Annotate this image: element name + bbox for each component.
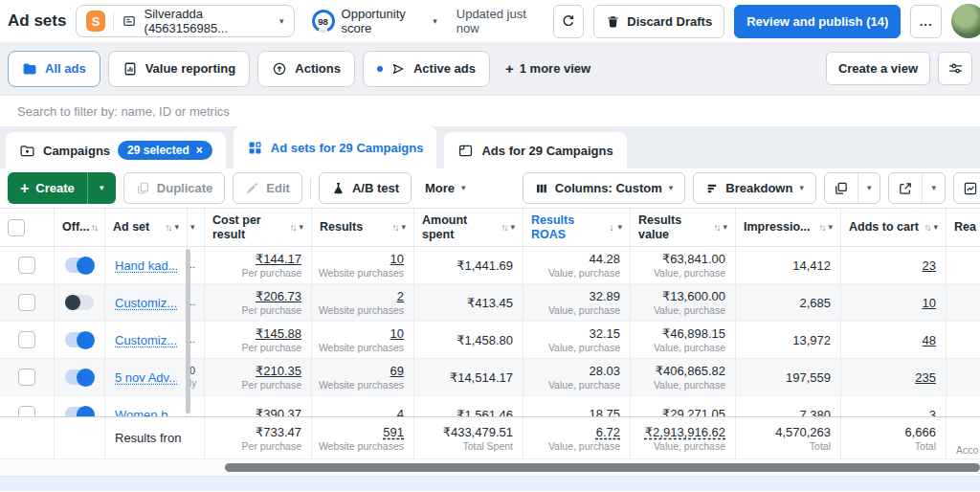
sort-icon[interactable]: ↑↓ xyxy=(713,222,719,234)
caret-down-icon[interactable]: ▾ xyxy=(933,223,938,232)
trend-chart-icon xyxy=(963,181,978,196)
vertical-scrollbar[interactable] xyxy=(186,249,190,414)
table-row: Customiz... .. ₹206.73 Per purchase 2 We… xyxy=(0,284,980,322)
charts-button[interactable] xyxy=(953,172,980,204)
more-actions-button[interactable]: More ▾ xyxy=(419,181,472,195)
header-off[interactable]: Off... ↑↓ xyxy=(55,209,105,246)
adset-name-link[interactable]: Customiz... xyxy=(115,333,177,347)
sorted-desc-icon[interactable]: ↓ xyxy=(609,222,613,234)
summary-roas: 6.72 Value, purchase xyxy=(523,417,631,458)
breakdown-button[interactable]: Breakdown ▾ xyxy=(693,172,816,204)
breakdown-icon xyxy=(705,182,719,195)
profile-avatar[interactable] xyxy=(951,4,980,38)
more-options-button[interactable]: ... xyxy=(910,5,942,38)
search-input[interactable] xyxy=(17,104,963,119)
tab-campaigns[interactable]: Campaigns 29 selected × xyxy=(6,132,226,168)
table-row: Customiz... .. ₹145.88 Per purchase 10 W… xyxy=(0,322,980,359)
refresh-icon xyxy=(561,13,576,29)
caret-down-icon[interactable]: ▾ xyxy=(299,223,303,232)
sort-icon[interactable]: ↑↓ xyxy=(924,222,929,234)
caret-down-icon[interactable]: ▾ xyxy=(510,223,515,232)
view-tab-value-reporting[interactable]: Value reporting xyxy=(108,51,251,87)
horizontal-scrollbar-track[interactable] xyxy=(0,458,980,476)
export-dropdown-button[interactable]: ▾ xyxy=(922,173,945,203)
refresh-button[interactable] xyxy=(553,5,585,38)
caret-down-icon[interactable]: ▾ xyxy=(190,223,195,232)
account-switcher[interactable]: S Silveradda (4563156985... ▾ xyxy=(76,5,294,37)
sort-icon[interactable]: ↑↓ xyxy=(818,222,824,234)
caret-down-icon: ▾ xyxy=(931,184,936,192)
clear-selection-icon[interactable]: × xyxy=(196,144,203,157)
row-checkbox[interactable] xyxy=(18,257,35,274)
adds-to-cart-cell: 23 xyxy=(841,247,947,283)
sort-icon[interactable]: ↑↓ xyxy=(91,222,97,234)
tab-ad-sets[interactable]: Ad sets for 29 Campaigns xyxy=(234,126,437,168)
tab-ads[interactable]: Ads for 29 Campaigns xyxy=(444,132,626,168)
header-extra[interactable]: ▾ xyxy=(188,209,205,246)
row-checkbox[interactable] xyxy=(18,294,35,311)
arrow-up-circle-icon xyxy=(272,61,287,77)
view-settings-button[interactable] xyxy=(938,52,972,85)
off-toggle[interactable] xyxy=(65,295,94,310)
sort-icon[interactable]: ↑↓ xyxy=(391,222,397,234)
sort-icon[interactable]: ↑↓ xyxy=(165,222,170,234)
cost-per-result-cell: ₹144.17 Per purchase xyxy=(205,247,312,283)
caret-down-icon[interactable]: ▾ xyxy=(617,223,622,232)
caret-down-icon[interactable]: ▾ xyxy=(828,223,833,232)
impressions-cell: 14,412 xyxy=(736,247,841,283)
sort-icon[interactable]: ↑↓ xyxy=(501,222,506,234)
views-bar: All ads Value reporting Actions Active a… xyxy=(0,42,980,95)
create-view-button[interactable]: Create a view xyxy=(826,52,930,85)
columns-button[interactable]: Columns: Custom ▾ xyxy=(523,172,685,204)
caret-down-icon[interactable]: ▾ xyxy=(723,223,727,232)
header-results-roas[interactable]: Results ROAS ↓ ▾ xyxy=(523,209,631,246)
duplicate-button[interactable]: Duplicate xyxy=(123,172,226,204)
impressions-cell: 13,972 xyxy=(736,322,841,358)
view-tab-all-ads[interactable]: All ads xyxy=(8,51,100,87)
ab-test-button[interactable]: A/B test xyxy=(319,172,412,204)
header-adds-to-cart[interactable]: Adds to cart ↑↓ ▾ xyxy=(841,209,947,246)
adset-name-link[interactable]: Customiz... xyxy=(115,296,177,310)
adset-name-link[interactable]: 5 nov Adv... xyxy=(115,370,177,385)
off-toggle[interactable] xyxy=(65,369,94,385)
header-reach[interactable]: Rea xyxy=(947,209,980,246)
export-button[interactable]: ▾ xyxy=(888,172,946,204)
row-checkbox[interactable] xyxy=(18,331,35,348)
caret-down-icon[interactable]: ▾ xyxy=(401,223,406,232)
top-bar: Ad sets S Silveradda (4563156985... ▾ 98… xyxy=(0,0,980,42)
adds-to-cart-cell: 10 xyxy=(841,284,947,321)
sort-icon[interactable]: ↑↓ xyxy=(289,222,295,234)
off-toggle[interactable] xyxy=(65,332,94,347)
table-body: Hand kad... .. ₹144.17 Per purchase 10 W… xyxy=(0,247,980,417)
sliders-icon xyxy=(947,60,964,77)
discard-drafts-button[interactable]: Discard Drafts xyxy=(593,5,724,38)
row-checkbox[interactable] xyxy=(18,369,35,386)
header-impressions[interactable]: Impressio... ↑↓ ▾ xyxy=(736,209,841,246)
campaigns-folder-icon xyxy=(19,143,35,159)
reports-dropdown-button[interactable]: ▾ xyxy=(858,173,880,203)
header-results-value[interactable]: Results value ↑↓ ▾ xyxy=(631,209,736,246)
select-all-checkbox[interactable] xyxy=(8,219,25,236)
create-dropdown-button[interactable]: ▾ xyxy=(87,172,116,204)
header-results[interactable]: Results ↑↓ ▾ xyxy=(312,209,414,246)
review-publish-button[interactable]: Review and publish (14) xyxy=(734,5,901,38)
adset-name-link[interactable]: Hand kad... xyxy=(115,258,177,273)
opportunity-score[interactable]: 98 Opportunity score ▾ xyxy=(312,7,437,35)
off-toggle[interactable] xyxy=(65,257,94,273)
header-cost-per-result[interactable]: Cost per result ↑↓ ▾ xyxy=(205,209,312,246)
caret-down-icon[interactable]: ▾ xyxy=(174,223,179,232)
reports-button[interactable]: ▾ xyxy=(824,172,881,204)
more-views-button[interactable]: + 1 more view xyxy=(498,60,598,77)
view-tab-active-ads[interactable]: Active ads xyxy=(363,51,490,87)
view-tab-actions[interactable]: Actions xyxy=(257,51,355,87)
cost-per-result-cell: ₹210.35 Per purchase xyxy=(205,359,312,395)
account-name: Silveradda (4563156985... xyxy=(145,7,272,35)
edit-button[interactable]: Edit xyxy=(233,172,302,204)
results-cell: 2 Website purchases xyxy=(312,284,414,321)
table-header: Off... ↑↓ Ad set ↑↓ ▾ ▾ Cost per result … xyxy=(0,208,980,247)
horizontal-scrollbar-thumb[interactable] xyxy=(225,463,980,472)
header-amount-spent[interactable]: Amount spent ↑↓ ▾ xyxy=(414,209,523,246)
reach-cell xyxy=(947,396,980,417)
header-ad-set[interactable]: Ad set ↑↓ ▾ xyxy=(105,209,188,246)
create-button[interactable]: + Create ▾ xyxy=(8,172,116,204)
